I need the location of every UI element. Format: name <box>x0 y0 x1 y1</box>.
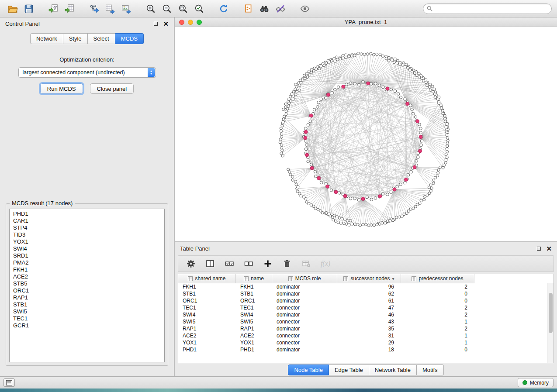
table-row[interactable]: SWI5SWI5connector431 <box>178 318 547 325</box>
mcds-result-list[interactable]: PHD1CAR1STP4TID3YOX1SWI4SRD1PMA2FKH1ACE2… <box>9 209 165 362</box>
table-cell: ACE2 <box>178 333 236 339</box>
toolbar-icon-group <box>5 2 312 16</box>
open-session-icon[interactable] <box>5 2 20 16</box>
search-box[interactable] <box>423 3 552 14</box>
table-row[interactable]: ORC1ORC1dominator610 <box>178 297 547 304</box>
zoom-out-icon[interactable] <box>159 2 174 16</box>
panel-menu-button[interactable] <box>3 378 15 387</box>
close-panel-button[interactable]: Close panel <box>90 83 134 94</box>
table-cell: connector <box>272 305 337 311</box>
mcds-result-item[interactable]: RAP1 <box>13 294 164 301</box>
mcds-result-item[interactable]: SRD1 <box>13 252 164 259</box>
table-cell: SWI4 <box>178 312 236 318</box>
memory-button-label: Memory <box>530 380 549 386</box>
table-row[interactable]: YOX1YOX1connector291 <box>178 339 547 346</box>
float-panel-icon[interactable] <box>154 22 158 26</box>
column-header-successor-nodes[interactable]: successor nodes▾ <box>337 274 401 283</box>
refresh-icon[interactable] <box>216 2 231 16</box>
save-session-icon[interactable] <box>21 2 36 16</box>
mcds-result-item[interactable]: STB5 <box>13 280 164 287</box>
table-cell: dominator <box>272 291 337 297</box>
select-all-icon[interactable] <box>223 257 236 270</box>
mcds-result-item[interactable]: PHD1 <box>13 210 164 217</box>
run-mcds-button[interactable]: Run MCDS <box>40 83 83 94</box>
table-row[interactable]: ACE2ACE2connector311 <box>178 332 547 339</box>
close-window-icon[interactable] <box>179 20 184 25</box>
table-cell: TEC1 <box>178 305 236 311</box>
tab-motifs[interactable]: Motifs <box>417 364 444 375</box>
unselect-all-icon[interactable] <box>242 257 255 270</box>
column-header-name[interactable]: name <box>236 274 272 283</box>
tab-node-table[interactable]: Node Table <box>288 364 329 375</box>
tab-network-table[interactable]: Network Table <box>369 364 417 375</box>
table-row[interactable]: FKH1FKH1dominator962 <box>178 283 547 290</box>
table-cell: 43 <box>337 319 401 325</box>
mcds-result-item[interactable]: STB1 <box>13 301 164 308</box>
mcds-result-item[interactable]: ACE2 <box>13 273 164 280</box>
table-cell: 0 <box>401 298 474 304</box>
table-cell: ORC1 <box>178 298 236 304</box>
mcds-result-item[interactable]: STP4 <box>13 224 164 231</box>
zoom-in-icon[interactable] <box>143 2 158 16</box>
criterion-dropdown[interactable]: largest connected component (undirected)… <box>18 67 156 78</box>
column-header-predecessor-nodes[interactable]: predecessor nodes <box>401 274 474 283</box>
column-header-shared-name[interactable]: shared name <box>178 274 236 283</box>
mcds-result-item[interactable]: TID3 <box>13 231 164 238</box>
table-cell: FKH1 <box>236 284 272 290</box>
memory-button[interactable]: Memory <box>518 378 554 387</box>
table-row[interactable]: TEC1TEC1connector472 <box>178 304 547 311</box>
toolbar-separator <box>135 8 142 9</box>
split-columns-icon[interactable] <box>204 257 217 270</box>
zoom-fit-icon[interactable] <box>176 2 190 16</box>
table-row[interactable]: STB1STB1dominator620 <box>178 290 547 297</box>
mcds-result-item[interactable]: PMA2 <box>13 259 164 266</box>
table-row[interactable]: RAP1RAP1dominator352 <box>178 325 547 332</box>
minimize-window-icon[interactable] <box>188 20 193 25</box>
hide-glasses-icon[interactable] <box>273 2 288 16</box>
function-builder-icon: f(x) <box>319 257 332 270</box>
float-table-panel-icon[interactable] <box>537 247 541 251</box>
mcds-result-item[interactable]: GCR1 <box>13 322 164 329</box>
mcds-result-item[interactable]: ORC1 <box>13 287 164 294</box>
add-entry-icon[interactable] <box>261 257 274 270</box>
mcds-result-item[interactable]: FKH1 <box>13 266 164 273</box>
maximize-window-icon[interactable] <box>197 20 202 25</box>
table-cell: 2 <box>401 305 474 311</box>
settings-gear-icon[interactable] <box>184 257 197 270</box>
export-network-icon[interactable] <box>86 2 101 16</box>
table-cell: RAP1 <box>236 326 272 332</box>
column-header-MCDS-role[interactable]: MCDS role <box>272 274 337 283</box>
search-neighbors-icon[interactable] <box>257 2 272 16</box>
scrollbar-thumb[interactable] <box>549 293 553 333</box>
table-cell: dominator <box>272 284 337 290</box>
share-document-icon[interactable] <box>241 2 256 16</box>
tab-edge-table[interactable]: Edge Table <box>329 364 369 375</box>
delete-entry-icon[interactable] <box>280 257 294 270</box>
export-table-icon[interactable] <box>103 2 118 16</box>
mcds-result-item[interactable]: CAR1 <box>13 217 164 224</box>
close-panel-icon[interactable]: ✕ <box>163 21 169 27</box>
table-row[interactable]: PHD1PHD1dominator180 <box>178 346 547 353</box>
zoom-selected-icon[interactable] <box>192 2 207 16</box>
table-row[interactable]: SWI4SWI4dominator462 <box>178 311 547 318</box>
tab-select[interactable]: Select <box>88 33 115 44</box>
table-cell: TEC1 <box>236 305 272 311</box>
table-cell: SWI5 <box>178 319 236 325</box>
mcds-result-item[interactable]: SWI4 <box>13 245 164 252</box>
mcds-result-item[interactable]: TEC1 <box>13 315 164 322</box>
table-scrollbar[interactable] <box>547 283 554 363</box>
import-table-icon[interactable] <box>62 2 77 16</box>
close-table-panel-icon[interactable]: ✕ <box>546 245 552 252</box>
network-graph-canvas[interactable] <box>175 27 557 241</box>
mcds-result-item[interactable]: YOX1 <box>13 238 164 245</box>
dropdown-arrows-icon: ▲▼ <box>148 68 155 77</box>
tab-mcds[interactable]: MCDS <box>115 33 144 44</box>
tab-network[interactable]: Network <box>30 33 63 44</box>
tab-style[interactable]: Style <box>63 33 88 44</box>
search-input[interactable] <box>435 6 548 12</box>
show-eye-icon[interactable] <box>298 2 312 16</box>
table-cell: dominator <box>272 312 337 318</box>
import-network-icon[interactable] <box>46 2 61 16</box>
mcds-result-item[interactable]: SWI5 <box>13 308 164 315</box>
export-image-icon[interactable] <box>119 2 134 16</box>
